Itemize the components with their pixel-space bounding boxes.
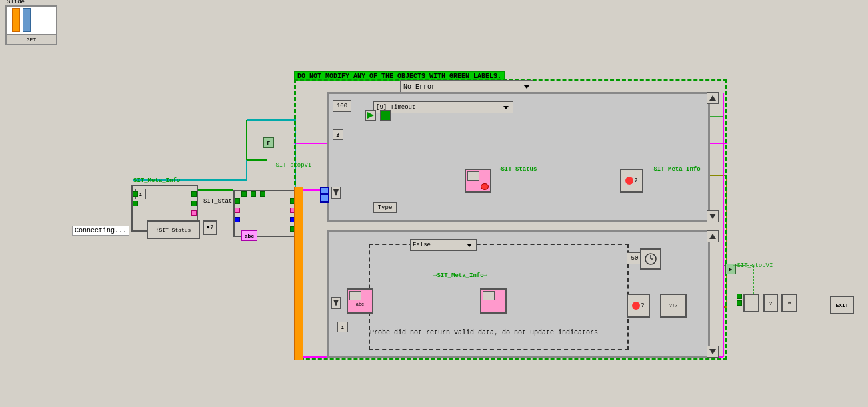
const-100-block[interactable]: 100 <box>333 100 351 112</box>
timer-block[interactable] <box>640 248 661 270</box>
red-dot-3 <box>632 302 640 310</box>
question-icon-1: ●? <box>207 224 214 231</box>
svg-marker-34 <box>709 214 716 219</box>
question-icon-2: ? <box>634 177 637 184</box>
dropdown-arrow-icon <box>523 85 530 89</box>
svg-marker-32 <box>367 112 374 119</box>
clock-icon <box>644 252 657 266</box>
lower-vi-2[interactable] <box>480 288 507 314</box>
abc-terminal[interactable]: abc <box>241 230 257 241</box>
merge-icon <box>367 112 374 119</box>
sit-status-inner-label: →SIT_Status <box>497 166 537 173</box>
func-node-2[interactable] <box>380 110 391 121</box>
sit-status-terminal[interactable]: ↑SIT_Status <box>147 220 200 239</box>
question-mark-lower-right[interactable]: ? <box>627 294 650 318</box>
svg-marker-40 <box>333 189 339 196</box>
scroll-up-icon <box>709 95 716 101</box>
question-mark-upper-right[interactable]: ? <box>620 169 643 193</box>
probe-message: Probe did not return valid data, do not … <box>370 329 598 336</box>
term-right-upper-1 <box>737 294 742 299</box>
red-dot-2 <box>625 177 633 185</box>
top-term-2 <box>251 191 256 197</box>
type-label-box: Type <box>373 202 397 213</box>
terminal-right-2 <box>191 201 197 206</box>
timeout-arrow-icon <box>503 106 509 109</box>
down-arrow-term-1 <box>331 187 341 199</box>
left-term-2 <box>235 208 240 213</box>
slide-blue-bar <box>23 8 31 32</box>
sit-meta-info-lower-label: →SIT_Meta_Info→ <box>433 272 487 279</box>
sit-stopvi-lower-label: →SIT_stopVI <box>733 262 773 269</box>
sit-meta-info-left-label: SIT_Meta_Info <box>133 177 180 184</box>
timeout-dropdown[interactable]: [9] Timeout <box>373 101 513 113</box>
i-info-upper[interactable]: i <box>333 129 343 140</box>
lower-display-2 <box>483 291 495 300</box>
terminal-left-2 <box>133 201 138 206</box>
top-term-1 <box>241 191 247 197</box>
down-arrow-icon-2 <box>333 300 339 306</box>
down-arrow-icon-1 <box>333 189 339 196</box>
connecting-label: Connecting... <box>72 226 129 236</box>
svg-marker-36 <box>709 349 716 354</box>
slide-inner <box>7 7 56 34</box>
no-error-dropdown[interactable]: No Error <box>400 80 533 93</box>
slide-bottom[interactable]: GET <box>7 34 56 44</box>
question-mark-1[interactable]: ●? <box>203 220 217 235</box>
orange-connector <box>294 187 303 360</box>
scroll-down-upper[interactable] <box>707 210 719 222</box>
terminal-left-1 <box>133 191 138 197</box>
no-error-label: No Error <box>401 83 435 91</box>
scroll-up-lower[interactable] <box>707 230 719 242</box>
right-block-2[interactable]: ? <box>763 294 778 312</box>
sit-stopvi-upper-label: →SIT_stopVI <box>272 162 311 169</box>
slide-orange-bar <box>12 8 20 32</box>
question-icon-3: ? <box>641 302 644 309</box>
i-info-lower[interactable]: i <box>337 322 348 332</box>
lower-vi-1[interactable]: abc <box>347 288 373 314</box>
down-arrow-term-2 <box>331 297 341 309</box>
scroll-up-upper[interactable] <box>707 92 719 104</box>
left-term-1 <box>235 198 240 204</box>
lower-display-1 <box>349 291 361 300</box>
lower-abc-1: abc <box>348 302 372 307</box>
exit-block[interactable]: EXIT <box>830 296 854 314</box>
scroll-down-icon <box>709 214 716 219</box>
sit-status-terminal-label: ↑SIT_Status <box>156 227 191 233</box>
sit-status-upper-vi[interactable] <box>465 169 491 193</box>
false-label: False <box>413 242 431 248</box>
slide-label: Slide <box>7 0 25 5</box>
svg-marker-35 <box>709 234 716 239</box>
scroll-up-lower-icon <box>709 234 716 239</box>
blue-term-2 <box>320 193 329 203</box>
terminal-right-1 <box>191 191 197 197</box>
term-right-upper-2 <box>737 300 742 306</box>
right-block-3[interactable]: ⊞ <box>781 294 797 312</box>
sit-meta-info-right-label: →SIT_Meta_Info <box>650 166 701 173</box>
right-block-1[interactable] <box>743 294 759 312</box>
scroll-down-lower[interactable] <box>707 346 719 358</box>
red-dot-upper <box>481 183 489 190</box>
terminal-right-3 <box>191 210 197 216</box>
left-term-3 <box>235 217 240 222</box>
false-arrow-icon <box>467 244 472 247</box>
scroll-down-lower-icon <box>709 349 716 354</box>
svg-marker-33 <box>709 95 716 101</box>
f-term-upper[interactable]: F <box>263 137 274 148</box>
multi-icon-block[interactable]: ?!? <box>660 294 687 318</box>
false-dropdown[interactable]: False <box>410 239 477 251</box>
func-node-1[interactable] <box>365 110 376 121</box>
svg-marker-41 <box>333 300 339 306</box>
top-term-3 <box>260 191 265 197</box>
slide-thumbnail[interactable]: Slide GET <box>5 5 57 45</box>
inner-display-upper <box>467 171 479 181</box>
